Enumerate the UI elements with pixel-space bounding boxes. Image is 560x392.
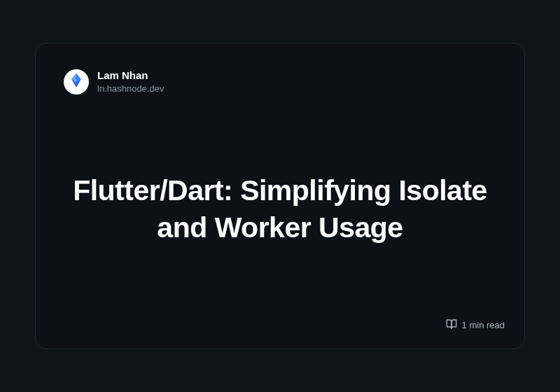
diamond-icon — [69, 72, 83, 92]
author-meta: Lam Nhan ln.hashnode.dev — [97, 69, 164, 94]
title-container: Flutter/Dart: Simplifying Isolate and Wo… — [64, 94, 496, 323]
card-header: Lam Nhan ln.hashnode.dev — [64, 69, 496, 94]
post-title: Flutter/Dart: Simplifying Isolate and Wo… — [71, 172, 489, 246]
avatar — [64, 69, 89, 94]
read-time-badge: 1 min read — [446, 318, 505, 332]
read-time-text: 1 min read — [462, 320, 505, 330]
author-name: Lam Nhan — [97, 69, 164, 83]
book-icon — [446, 318, 457, 332]
author-domain: ln.hashnode.dev — [97, 83, 164, 95]
article-card: Lam Nhan ln.hashnode.dev Flutter/Dart: S… — [35, 43, 525, 349]
